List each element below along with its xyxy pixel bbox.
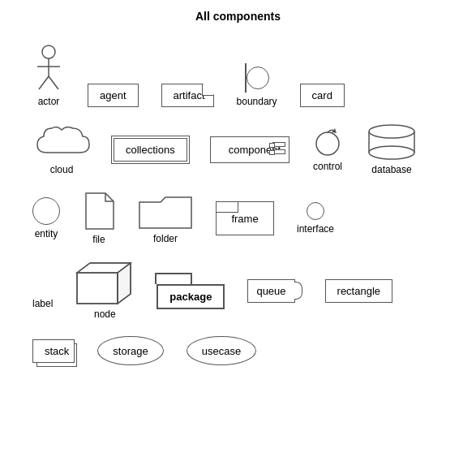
database-label: database bbox=[371, 164, 411, 175]
page-title: All components bbox=[0, 0, 476, 29]
folder-label: folder bbox=[153, 233, 178, 244]
stack-label: stack bbox=[45, 345, 69, 357]
stack-box: stack bbox=[32, 339, 75, 363]
actor-icon bbox=[32, 44, 65, 93]
svg-line-3 bbox=[39, 76, 49, 89]
control-item: control bbox=[312, 127, 343, 172]
cloud-item: cloud bbox=[32, 123, 91, 175]
node-label: node bbox=[94, 308, 116, 320]
svg-point-10 bbox=[369, 146, 414, 159]
boundary-item: boundary bbox=[237, 63, 277, 107]
artifact-box: artifact bbox=[161, 84, 214, 107]
control-icon bbox=[312, 127, 343, 157]
artifact-corner-icon bbox=[202, 84, 213, 96]
folder-item: folder bbox=[138, 192, 193, 244]
actor-item: actor bbox=[32, 44, 65, 107]
file-item: file bbox=[83, 192, 115, 245]
label-label: label bbox=[32, 298, 53, 309]
interface-icon bbox=[307, 202, 324, 220]
package-label: package bbox=[169, 291, 212, 303]
comp-rect-top bbox=[272, 142, 285, 147]
label-item: label bbox=[32, 272, 53, 309]
collections-item: collections bbox=[114, 138, 187, 162]
node-item: node bbox=[75, 261, 134, 320]
svg-line-4 bbox=[49, 76, 58, 89]
package-box-wrap: package bbox=[157, 284, 225, 309]
storage-label: storage bbox=[113, 345, 148, 357]
interface-item: interface bbox=[297, 202, 334, 235]
queue-label-text: queue bbox=[256, 285, 285, 297]
artifact-item: artifact bbox=[161, 84, 214, 107]
frame-box: frame bbox=[216, 201, 274, 235]
component-box: component bbox=[210, 136, 289, 163]
queue-box: queue bbox=[247, 279, 294, 303]
frame-item: frame bbox=[216, 201, 274, 235]
card-label: card bbox=[312, 89, 332, 101]
svg-point-0 bbox=[42, 45, 55, 58]
cloud-label: cloud bbox=[50, 164, 74, 175]
queue-bump bbox=[294, 282, 302, 300]
svg-rect-11 bbox=[77, 273, 118, 304]
agent-item: agent bbox=[88, 84, 139, 107]
card-item: card bbox=[300, 84, 345, 107]
collections-label: collections bbox=[126, 144, 175, 156]
entity-icon bbox=[32, 197, 60, 225]
agent-label: agent bbox=[100, 89, 127, 101]
stack-item: stack bbox=[32, 339, 75, 363]
queue-item: queue bbox=[247, 279, 302, 303]
frame-tab bbox=[216, 201, 238, 213]
folder-icon bbox=[138, 192, 193, 230]
usecase-label: usecase bbox=[202, 345, 241, 357]
storage-icon: storage bbox=[97, 336, 164, 365]
database-item: database bbox=[366, 123, 418, 175]
svg-point-7 bbox=[369, 125, 414, 138]
artifact-label: artifact bbox=[174, 89, 205, 101]
usecase-item: usecase bbox=[187, 336, 256, 365]
entity-item: entity bbox=[32, 197, 60, 239]
actor-label: actor bbox=[38, 96, 60, 107]
collections-box: collections bbox=[114, 138, 187, 162]
rectangle-box: rectangle bbox=[325, 279, 392, 303]
agent-box: agent bbox=[88, 84, 139, 107]
database-icon bbox=[366, 123, 418, 161]
package-tab bbox=[155, 273, 192, 284]
comp-rect-bottom bbox=[272, 149, 285, 154]
component-icon bbox=[272, 142, 285, 154]
package-item: package bbox=[157, 284, 225, 309]
file-label: file bbox=[92, 234, 105, 245]
card-box: card bbox=[300, 84, 345, 107]
storage-item: storage bbox=[97, 336, 164, 365]
boundary-circle bbox=[247, 67, 269, 89]
file-icon bbox=[83, 192, 115, 231]
svg-point-5 bbox=[316, 132, 339, 155]
control-label: control bbox=[313, 161, 342, 172]
boundary-label: boundary bbox=[237, 96, 277, 107]
interface-label: interface bbox=[297, 223, 334, 235]
package-box: package bbox=[157, 284, 225, 309]
queue-icon: queue bbox=[247, 279, 302, 303]
rectangle-item: rectangle bbox=[325, 279, 392, 303]
rectangle-label: rectangle bbox=[337, 285, 380, 297]
component-item-wrap: component bbox=[210, 136, 289, 163]
node-icon bbox=[75, 261, 134, 305]
boundary-icon bbox=[245, 63, 269, 93]
entity-label: entity bbox=[35, 228, 58, 239]
usecase-icon: usecase bbox=[187, 336, 256, 365]
cloud-icon bbox=[32, 123, 91, 161]
